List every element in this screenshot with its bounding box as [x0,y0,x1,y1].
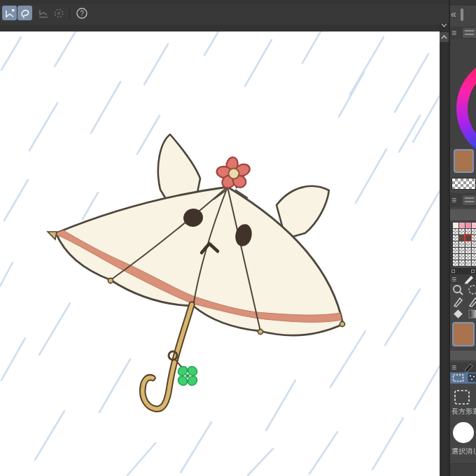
help-icon: ? [76,7,88,20]
menu-icon[interactable]: ≡ [451,29,456,37]
palette-swatch[interactable] [472,260,476,266]
ellipse-select-button[interactable] [51,6,66,20]
palette-swatch[interactable] [465,229,471,234]
panel-bottom-strip [450,464,476,476]
help-button[interactable]: ? [74,6,89,20]
polyline-button[interactable] [36,6,50,20]
zoom-tool-icon[interactable] [452,284,464,296]
rain-line [29,103,57,150]
tool-panel-header: ≡ [450,274,476,284]
palette-swatch[interactable] [453,229,458,234]
window-icon[interactable] [471,270,475,273]
top-toolbar: ? [0,0,449,31]
color-set-toolbar[interactable] [450,209,476,221]
palette-swatch[interactable] [472,254,476,260]
dark-pen-icon[interactable] [463,363,475,372]
palette-swatch[interactable] [453,248,458,253]
right-panel: « ≡ ≡ ≡ [450,0,476,476]
canvas-artwork [0,31,440,476]
palette-swatch[interactable] [459,254,465,260]
palette-swatch[interactable] [453,241,458,247]
palette-swatch[interactable] [472,241,476,247]
palette-swatch[interactable] [465,248,471,253]
rain-line [302,31,321,63]
pen-tool-icon[interactable] [463,274,475,284]
subtool-extra-icon [468,373,476,382]
eyedropper-diamond-icon[interactable] [452,308,464,320]
panel-grip-handle[interactable] [461,8,463,21]
menu-icon[interactable]: ≡ [451,196,456,204]
scroll-down-arrow-icon[interactable] [440,22,448,29]
palette-swatch[interactable] [472,223,476,228]
palette-swatch[interactable] [465,223,471,228]
color-set-tab[interactable] [463,195,476,205]
pen-icon[interactable] [452,296,464,308]
rain-line [55,31,76,66]
rain-line [127,443,155,475]
palette-swatch[interactable] [465,254,471,260]
palette-swatch[interactable] [472,235,476,241]
palette-swatch[interactable] [459,248,465,253]
subtool-selected-row[interactable] [450,372,476,384]
palette-swatch[interactable] [453,223,458,228]
tool-color-swatch[interactable] [452,322,475,346]
palette-swatch[interactable] [459,260,465,266]
rain-line [144,44,168,85]
palette-swatch[interactable] [453,254,458,260]
rain-line [245,40,272,86]
palette-swatch[interactable] [465,235,471,241]
rain-line [266,380,295,430]
palette-swatch[interactable] [453,260,458,266]
collapse-panel-button[interactable]: « [451,8,456,20]
rain-line [35,411,64,460]
polyline-icon [38,8,49,19]
drawing-canvas[interactable] [0,31,440,476]
palette-swatch[interactable] [459,235,465,241]
palette-swatch[interactable] [472,229,476,234]
subtool-tile-label: 長方形選択 [451,407,476,416]
clover-charm [176,365,199,387]
rectangle-select-tile-icon[interactable] [454,389,470,405]
tool-property-bar[interactable] [450,350,476,361]
rain-line [414,366,440,410]
window-icon[interactable] [451,270,455,273]
selection-tool-icon[interactable] [468,284,476,296]
lasso-select-button[interactable] [18,6,32,20]
rain-line [0,262,13,286]
palette-swatch[interactable] [459,241,465,247]
rain-line [339,72,364,117]
scroll-up-arrow-icon [441,35,447,39]
color-wheel-tab[interactable] [463,28,476,38]
polyline-select-button[interactable] [2,6,17,20]
palette-swatch[interactable] [465,260,471,266]
rain-line [395,54,428,112]
subtool-panel-header: ≡ [450,363,476,372]
pencil-icon[interactable] [468,296,476,308]
rain-line [1,37,21,70]
umbrella-drawing [48,134,345,409]
canvas-scrollbar[interactable] [440,23,449,476]
palette-swatch[interactable] [453,235,458,241]
lasso-select-icon [20,8,31,19]
palette-swatch[interactable] [465,241,471,247]
subtool-tile-label: 選択消し [451,447,476,456]
scroll-up-button[interactable] [440,32,449,42]
rain-line [4,180,28,220]
rain-line [350,37,384,94]
gradient-tool-icon[interactable] [468,308,476,320]
menu-icon[interactable]: ≡ [451,363,456,372]
rectangle-marquee-icon [452,374,465,382]
rain-line [330,331,365,387]
palette-swatch[interactable] [459,223,465,228]
menu-icon[interactable]: ≡ [451,275,456,284]
rain-line [1,338,25,380]
ellipse-select-tile-icon[interactable] [453,422,474,443]
palette-swatch[interactable] [459,229,465,234]
transparency-strip[interactable] [451,178,476,190]
palette-swatch[interactable] [472,248,476,253]
rain-line [356,149,386,203]
rain-line [248,449,273,475]
svg-text:?: ? [80,9,84,17]
rain-line [385,289,420,345]
current-color-swatch[interactable] [454,149,474,173]
